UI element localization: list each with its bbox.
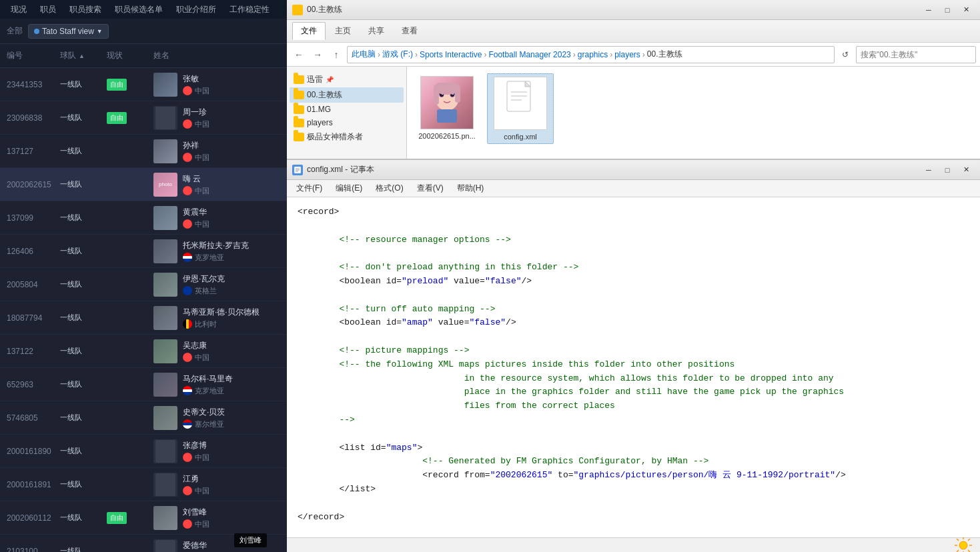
notepad-close-button[interactable]: ✕	[957, 163, 975, 177]
avatar	[153, 73, 177, 97]
player-info: 刘雪峰 中国	[183, 507, 280, 529]
ribbon-tab-file[interactable]: 文件	[292, 22, 326, 40]
menu-edit[interactable]: 编辑(E)	[330, 181, 368, 195]
sidebar-item-xunlei[interactable]: 迅雷 📌	[290, 72, 404, 87]
menu-view[interactable]: 查看(V)	[412, 181, 449, 195]
table-row[interactable]: 5746805 一线队 史蒂文·贝茨 塞尔维亚	[0, 401, 287, 435]
player-country: 中国	[183, 519, 280, 529]
notepad-icon	[292, 165, 303, 175]
player-name: 伊恩·瓦尔克	[183, 273, 280, 285]
table-row[interactable]: 126406 一线队 托米斯拉夫·罗吉克 克罗地亚	[0, 235, 287, 268]
sidebar-item-01mg[interactable]: 01.MG	[290, 103, 404, 116]
breadcrumb-graphics[interactable]: graphics	[578, 50, 608, 59]
list-item[interactable]: config.xml	[487, 73, 554, 144]
table-row[interactable]: 2002060112 一线队 自由 刘雪峰 中国 刘雪峰	[0, 501, 287, 535]
avatar	[153, 373, 177, 397]
table-row[interactable]: 2000161890 一线队 张彦博 中国	[0, 435, 287, 468]
nav-xiankuang[interactable]: 现况	[5, 3, 32, 17]
table-row[interactable]: 2005804 一线队 伊恩·瓦尔克 英格兰	[0, 268, 287, 301]
view-selector[interactable]: Tato Staff view ▼	[28, 24, 109, 39]
avatar	[153, 239, 177, 263]
avatar	[153, 539, 177, 553]
table-row[interactable]: 137099 一线队 黄震华 中国	[0, 201, 287, 235]
notepad-minimize-button[interactable]: ─	[920, 163, 937, 177]
nav-stability[interactable]: 工作稳定性	[224, 3, 275, 17]
sidebar-item-00zhujiaolian[interactable]: 00.主教练	[290, 87, 404, 103]
ribbon-tab-home[interactable]: 主页	[327, 23, 359, 39]
player-team: 一线队	[60, 213, 107, 223]
status-badge: 自由	[107, 112, 127, 124]
explorer-content: 迅雷 📌 00.主教练 01.MG players 极品女神猎杀者	[287, 67, 980, 159]
nav-zhiyuan[interactable]: 职员	[35, 3, 61, 17]
notepad-window-controls: ─ □ ✕	[920, 163, 975, 177]
notepad-maximize-button[interactable]: □	[939, 163, 956, 177]
maximize-button[interactable]: □	[939, 3, 956, 17]
notepad-titlebar: config.xml - 记事本 ─ □ ✕	[287, 160, 980, 180]
minimize-button[interactable]: ─	[920, 3, 937, 17]
player-id: 23096838	[7, 113, 60, 123]
menu-format[interactable]: 格式(O)	[370, 181, 408, 195]
fm-top-nav: 现况 职员 职员搜索 职员候选名单 职业介绍所 工作稳定性	[0, 0, 287, 19]
player-team: 一线队	[60, 479, 107, 489]
forward-button[interactable]: →	[310, 47, 326, 63]
avatar	[153, 139, 177, 163]
address-path[interactable]: 此电脑 › 游戏 (F:) › Sports Interactive › Foo…	[347, 46, 835, 63]
breadcrumb-sports-interactive[interactable]: Sports Interactive	[420, 50, 482, 59]
sidebar-item-players[interactable]: players	[290, 116, 404, 129]
view-dot	[34, 29, 39, 34]
menu-help[interactable]: 帮助(H)	[452, 181, 490, 195]
player-team: 一线队	[60, 379, 107, 389]
file-thumbnail	[494, 77, 547, 130]
table-row[interactable]: 18087794 一线队 马蒂亚斯·德·贝尔德根 比利时	[0, 301, 287, 335]
player-info: 马尔科·马里奇 克罗地亚	[183, 373, 280, 396]
player-info: 黄震华 中国	[183, 207, 280, 229]
address-bar: ← → ↑ 此电脑 › 游戏 (F:) › Sports Interactive…	[287, 43, 980, 67]
avatar	[153, 106, 177, 130]
player-id: 137099	[7, 213, 60, 223]
close-button[interactable]: ✕	[957, 3, 975, 17]
avatar	[153, 406, 177, 430]
breadcrumb-pc[interactable]: 此电脑	[352, 49, 376, 60]
player-id: 137122	[7, 347, 60, 356]
notepad-content[interactable]: <record> <!-- resource manager options -…	[287, 197, 980, 537]
back-button[interactable]: ←	[291, 47, 307, 63]
nav-agency[interactable]: 职业介绍所	[171, 3, 221, 17]
flag-icon	[183, 386, 192, 395]
player-name: 嗨 云	[183, 173, 280, 185]
table-row[interactable]: 23096838 一线队 自由 周一珍 中国	[0, 101, 287, 135]
player-info: 嗨 云 中国	[183, 173, 280, 196]
table-row[interactable]: 23441353 一线队 自由 张敏 中国	[0, 68, 287, 101]
player-country: 比利时	[183, 319, 280, 329]
window-controls: ─ □ ✕	[920, 3, 975, 17]
ribbon-tab-share[interactable]: 共享	[360, 23, 392, 39]
breadcrumb-fm2023[interactable]: Football Manager 2023	[488, 50, 570, 59]
explorer-files: 2002062615.pn... config.	[407, 67, 980, 159]
player-team: 一线队	[60, 246, 107, 256]
player-info: 张敏 中国	[183, 73, 280, 96]
table-row[interactable]: 2000161891 一线队 江勇 中国	[0, 468, 287, 501]
fm-player-list[interactable]: 23441353 一线队 自由 张敏 中国 23096838 一线队 自由	[0, 68, 287, 552]
status-badge: 自由	[107, 512, 127, 524]
sidebar-item-shenshashe[interactable]: 极品女神猎杀者	[290, 129, 404, 145]
table-row[interactable]: 137122 一线队 吴志康 中国	[0, 335, 287, 368]
col-header-team: 球队 ▲	[60, 50, 107, 61]
list-item[interactable]: 2002062615.pn...	[414, 73, 480, 144]
refresh-button[interactable]: ↺	[837, 47, 853, 63]
table-row[interactable]: 652963 一线队 马尔科·马里奇 克罗地亚	[0, 368, 287, 401]
flag-icon	[183, 253, 192, 262]
player-name: 托米斯拉夫·罗吉克	[183, 240, 280, 251]
ribbon-tab-view[interactable]: 查看	[394, 23, 426, 39]
avatar: photo	[153, 173, 177, 197]
player-info: 伊恩·瓦尔克 英格兰	[183, 273, 280, 296]
table-row[interactable]: 137127 一线队 孙祥 中国	[0, 135, 287, 168]
up-button[interactable]: ↑	[328, 47, 344, 63]
nav-shortlist[interactable]: 职员候选名单	[109, 3, 168, 17]
nav-search[interactable]: 职员搜索	[64, 3, 107, 17]
explorer-window: 00.主教练 ─ □ ✕ 文件 主页 共享 查看 ← → ↑ 此电脑 › 游戏 …	[287, 0, 980, 160]
search-input[interactable]	[856, 46, 976, 63]
menu-file[interactable]: 文件(F)	[291, 181, 328, 195]
breadcrumb-drive[interactable]: 游戏 (F:)	[382, 49, 413, 60]
table-row[interactable]: 2002062615 一线队 photo 嗨 云 中国	[0, 168, 287, 201]
breadcrumb-players[interactable]: players	[614, 50, 640, 59]
player-info: 史蒂文·贝茨 塞尔维亚	[183, 407, 280, 429]
